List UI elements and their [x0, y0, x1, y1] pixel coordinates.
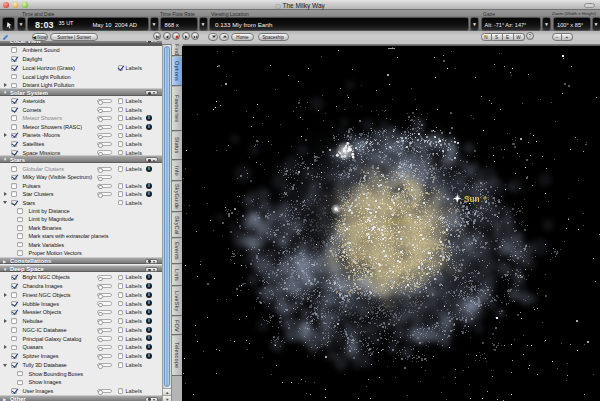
svg-text:Sun: Sun: [464, 195, 479, 204]
